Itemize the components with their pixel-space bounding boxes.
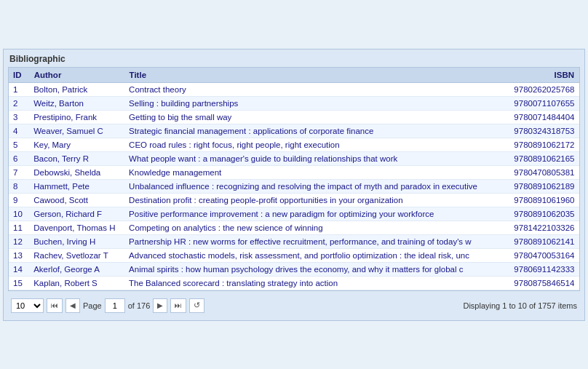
table-row: 1Bolton, PatrickContract theory978026202… — [9, 82, 579, 96]
col-header-id: ID — [9, 68, 29, 83]
table-wrapper: ID Author Title ISBN 1Bolton, PatrickCon… — [8, 67, 580, 291]
cell-title: Unbalanced influence : recognizing and r… — [124, 179, 491, 193]
cell-author: Akerlof, George A — [29, 262, 124, 276]
cell-isbn: 9780875846514 — [491, 276, 579, 290]
cell-title: Selling : building partnerships — [124, 96, 491, 110]
cell-title: Knowledge management — [124, 165, 491, 179]
col-header-author: Author — [29, 68, 124, 83]
cell-title: Partnership HR : new worms for effective… — [124, 234, 491, 248]
cell-title: Strategic financial management : applica… — [124, 124, 491, 138]
cell-title: The Balanced scorecard : translating str… — [124, 276, 491, 290]
cell-title: What people want : a manager's guide to … — [124, 151, 491, 165]
cell-id: 5 — [9, 138, 29, 151]
cell-title: Getting to big the small way — [124, 110, 491, 124]
table-row: 2Weitz, BartonSelling : building partner… — [9, 96, 579, 110]
cell-author: Key, Mary — [29, 138, 124, 151]
pagination-bar: 102550100 ⏮ ◀ Page of 176 ▶ ⏭ ↺ Displayi… — [8, 295, 580, 316]
cell-id: 3 — [9, 110, 29, 124]
page-size-select[interactable]: 102550100 — [11, 298, 44, 313]
cell-isbn: 9780891062189 — [491, 179, 579, 193]
table-row: 3Prestipino, FrankGetting to big the sma… — [9, 110, 579, 124]
display-info: Displaying 1 to 10 of 1757 items — [463, 301, 577, 310]
cell-id: 10 — [9, 207, 29, 221]
bibliographic-table: ID Author Title ISBN 1Bolton, PatrickCon… — [9, 68, 579, 290]
cell-title: Positive performance improvement : a new… — [124, 207, 491, 221]
table-row: 12Buchen, Irving HPartnership HR : new w… — [9, 234, 579, 248]
cell-author: Gerson, Richard F — [29, 207, 124, 221]
table-row: 14Akerlof, George AAnimal spirits : how … — [9, 262, 579, 276]
cell-author: Weitz, Barton — [29, 96, 124, 110]
cell-isbn: 9780470053164 — [491, 248, 579, 262]
cell-id: 2 — [9, 96, 29, 110]
cell-author: Rachev, Svetlozar T — [29, 248, 124, 262]
cell-id: 14 — [9, 262, 29, 276]
cell-isbn: 9780891062165 — [491, 151, 579, 165]
last-page-button[interactable]: ⏭ — [170, 298, 186, 313]
cell-id: 15 — [9, 276, 29, 290]
cell-id: 6 — [9, 151, 29, 165]
table-row: 9Cawood, ScottDestination profit : creat… — [9, 193, 579, 207]
cell-isbn: 9781422103326 — [491, 221, 579, 234]
cell-author: Buchen, Irving H — [29, 234, 124, 248]
table-row: 10Gerson, Richard FPositive performance … — [9, 207, 579, 221]
section-title: Bibliographic — [8, 54, 580, 64]
next-page-button[interactable]: ▶ — [153, 298, 167, 313]
cell-title: Contract theory — [124, 82, 491, 96]
table-row: 8Hammett, PeteUnbalanced influence : rec… — [9, 179, 579, 193]
cell-id: 1 — [9, 82, 29, 96]
cell-isbn: 9780324318753 — [491, 124, 579, 138]
cell-author: Hammett, Pete — [29, 179, 124, 193]
cell-isbn: 9780470805381 — [491, 165, 579, 179]
table-row: 15Kaplan, Robert SThe Balanced scorecard… — [9, 276, 579, 290]
col-header-isbn: ISBN — [491, 68, 579, 83]
page-input[interactable] — [105, 298, 125, 313]
page-of-label: of 176 — [128, 301, 151, 310]
cell-isbn: 9780891061960 — [491, 193, 579, 207]
cell-author: Kaplan, Robert S — [29, 276, 124, 290]
cell-title: CEO road rules : right focus, right peop… — [124, 138, 491, 151]
cell-isbn: 9780691142333 — [491, 262, 579, 276]
table-row: 6Bacon, Terry RWhat people want : a mana… — [9, 151, 579, 165]
cell-isbn: 9780262025768 — [491, 82, 579, 96]
cell-title: Animal spirits : how human psychology dr… — [124, 262, 491, 276]
cell-isbn: 9780891062172 — [491, 138, 579, 151]
cell-id: 11 — [9, 221, 29, 234]
cell-title: Advanced stochastic models, risk assessm… — [124, 248, 491, 262]
page-label: Page — [83, 301, 102, 310]
cell-author: Davenport, Thomas H — [29, 221, 124, 234]
cell-author: Debowski, Shelda — [29, 165, 124, 179]
col-header-title: Title — [124, 68, 491, 83]
cell-isbn: 9780071484404 — [491, 110, 579, 124]
cell-id: 13 — [9, 248, 29, 262]
cell-title: Destination profit : creating people-pro… — [124, 193, 491, 207]
pagination-left: 102550100 ⏮ ◀ Page of 176 ▶ ⏭ ↺ — [11, 298, 204, 313]
table-row: 11Davenport, Thomas HCompeting on analyt… — [9, 221, 579, 234]
first-page-button[interactable]: ⏮ — [47, 298, 63, 313]
cell-id: 12 — [9, 234, 29, 248]
cell-title: Competing on analytics : the new science… — [124, 221, 491, 234]
cell-isbn: 9780071107655 — [491, 96, 579, 110]
table-row: 13Rachev, Svetlozar TAdvanced stochastic… — [9, 248, 579, 262]
cell-id: 9 — [9, 193, 29, 207]
cell-author: Bacon, Terry R — [29, 151, 124, 165]
table-row: 7Debowski, SheldaKnowledge management978… — [9, 165, 579, 179]
cell-isbn: 9780891062141 — [491, 234, 579, 248]
cell-author: Prestipino, Frank — [29, 110, 124, 124]
cell-author: Weaver, Samuel C — [29, 124, 124, 138]
refresh-button[interactable]: ↺ — [189, 298, 204, 313]
main-container: Bibliographic ID Author Title ISBN 1Bolt… — [3, 49, 585, 321]
table-header-row: ID Author Title ISBN — [9, 68, 579, 83]
cell-id: 8 — [9, 179, 29, 193]
cell-id: 7 — [9, 165, 29, 179]
table-row: 5Key, MaryCEO road rules : right focus, … — [9, 138, 579, 151]
cell-author: Bolton, Patrick — [29, 82, 124, 96]
prev-page-button[interactable]: ◀ — [65, 298, 80, 313]
table-body: 1Bolton, PatrickContract theory978026202… — [9, 82, 579, 290]
table-row: 4Weaver, Samuel CStrategic financial man… — [9, 124, 579, 138]
cell-id: 4 — [9, 124, 29, 138]
cell-author: Cawood, Scott — [29, 193, 124, 207]
cell-isbn: 9780891062035 — [491, 207, 579, 221]
